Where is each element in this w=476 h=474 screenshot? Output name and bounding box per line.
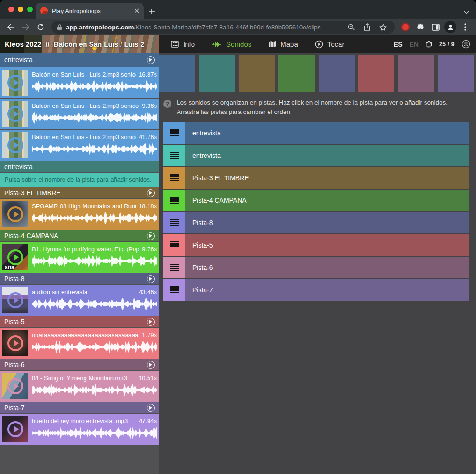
track-row[interactable]: Pista-7 bbox=[163, 279, 469, 301]
nav-item-mapa[interactable]: Mapa bbox=[268, 40, 298, 48]
tab-close-icon[interactable] bbox=[135, 8, 139, 13]
track-row[interactable]: entrevista bbox=[163, 122, 469, 144]
drag-handle[interactable] bbox=[163, 190, 185, 211]
new-tab-button[interactable] bbox=[149, 8, 155, 15]
sidebar-track-header[interactable]: entrevista bbox=[0, 161, 159, 172]
kebab-menu-icon[interactable] bbox=[458, 23, 472, 31]
drag-handle[interactable] bbox=[163, 145, 185, 166]
app-header: Kleos 2022 // Balcón en San Luis / Luis … bbox=[0, 35, 476, 53]
sidebar-track-header[interactable]: Pista-5 bbox=[0, 316, 159, 327]
track-row[interactable]: Pista-3 EL TIMBRE bbox=[163, 167, 469, 189]
reload-button[interactable] bbox=[34, 21, 48, 34]
track-play-button[interactable] bbox=[147, 232, 155, 240]
drag-handle[interactable] bbox=[163, 167, 185, 189]
track-row-body[interactable]: Pista-4 CAMPANA bbox=[185, 190, 469, 211]
track-row[interactable]: Pista-8 bbox=[163, 212, 469, 233]
track-play-button[interactable] bbox=[147, 275, 155, 283]
clip-row[interactable]: Balcón en San Luis - Luis 2.mp3 sonido h… bbox=[0, 130, 159, 161]
track-play-button[interactable] bbox=[147, 404, 155, 412]
lock-icon[interactable] bbox=[57, 24, 62, 30]
clip-thumbnail-play-button[interactable] bbox=[2, 132, 28, 158]
track-row-label: Pista-4 CAMPANA bbox=[192, 197, 247, 204]
breadcrumb-project[interactable]: Kleos 2022 bbox=[5, 40, 41, 48]
track-row-body[interactable]: Pista-8 bbox=[185, 212, 469, 233]
language-es-button[interactable]: ES bbox=[394, 41, 403, 48]
track-row-body[interactable]: Pista-5 bbox=[185, 234, 469, 256]
help-text: Los sonidos se organizan en pistas. Haz … bbox=[177, 98, 471, 117]
clip-row[interactable]: ouaraaaaaaaaaaaaaaaaaaaaaaaaaaaaaaaaaaa.… bbox=[0, 328, 159, 359]
window-controls bbox=[8, 7, 33, 12]
sidebar-track-header[interactable]: Pista-3 EL TIMBRE bbox=[0, 187, 159, 198]
clip-text-row: ouaraaaaaaaaaaaaaaaaaaaaaaaaaaaaaaaaaaa.… bbox=[32, 332, 157, 339]
drag-handle[interactable] bbox=[163, 234, 185, 256]
track-row-body[interactable]: Pista-7 bbox=[185, 279, 469, 301]
tab-search-chevron-down-icon[interactable] bbox=[463, 10, 469, 14]
track-row[interactable]: entrevista bbox=[163, 145, 469, 166]
url-host: app.antropoloops.com bbox=[66, 24, 134, 31]
track-row-body[interactable]: entrevista bbox=[185, 145, 469, 166]
clip-text-row: B1. Hymns for purifying water, Etc. (Pop… bbox=[32, 246, 157, 253]
drag-handle[interactable] bbox=[163, 257, 185, 278]
nav-item-sonidos[interactable]: Sonidos bbox=[212, 40, 251, 48]
sidebar-track-header[interactable]: Pista-8 bbox=[0, 273, 159, 284]
track-play-button[interactable] bbox=[147, 361, 155, 369]
clip-row[interactable]: Balcón en San Luis - Luis 2.mp3 sonido h… bbox=[0, 67, 159, 98]
minimize-window-button[interactable] bbox=[18, 7, 23, 12]
clip-thumbnail-play-button[interactable] bbox=[2, 416, 28, 442]
clip-thumbnail-play-button[interactable] bbox=[2, 101, 28, 127]
back-button[interactable] bbox=[4, 21, 18, 34]
share-icon[interactable] bbox=[361, 23, 373, 31]
track-play-button[interactable] bbox=[147, 56, 155, 64]
address-bar[interactable]: app.antropoloops.com/Kleos-Santa-Marina/… bbox=[51, 21, 395, 34]
nav-item-info[interactable]: Info bbox=[171, 40, 195, 48]
clip-row[interactable]: añaB1. Hymns for purifying water, Etc. (… bbox=[0, 242, 159, 273]
track-play-button[interactable] bbox=[147, 189, 155, 197]
clip-row[interactable]: huerto del rey moro entrevista .mp347.94… bbox=[0, 414, 159, 445]
browser-tab[interactable]: Play Antropoloops bbox=[36, 3, 144, 19]
drag-handle[interactable] bbox=[163, 279, 185, 301]
url-text: app.antropoloops.com/Kleos-Santa-Marina/… bbox=[66, 24, 341, 31]
sidebar-track-header[interactable]: Pista-7 bbox=[0, 402, 159, 413]
language-en-button[interactable]: EN bbox=[410, 41, 419, 48]
zoom-window-button[interactable] bbox=[27, 7, 33, 12]
clip-waveform bbox=[32, 383, 157, 397]
profile-avatar-icon[interactable] bbox=[443, 21, 457, 33]
zoom-search-icon[interactable] bbox=[345, 24, 357, 31]
clip-thumbnail-play-button[interactable] bbox=[2, 287, 28, 313]
track-row[interactable]: Pista-4 CAMPANA bbox=[163, 190, 469, 211]
bookmark-star-icon[interactable] bbox=[377, 24, 389, 31]
sidebar-track-header[interactable]: Pista-6 bbox=[0, 359, 159, 370]
clip-row[interactable]: SPOAMR 08 High Mountains and Running ...… bbox=[0, 199, 159, 230]
record-extension-icon[interactable] bbox=[398, 24, 412, 30]
forward-button[interactable] bbox=[19, 21, 33, 34]
clip-thumbnail-play-button[interactable] bbox=[2, 70, 28, 96]
clip-row[interactable]: audion sin entrevista43.46s bbox=[0, 285, 159, 316]
clip-thumbnail-play-button[interactable]: aña bbox=[2, 244, 28, 270]
tab-title: Play Antropoloops bbox=[52, 7, 130, 14]
track-row-body[interactable]: Pista-3 EL TIMBRE bbox=[185, 167, 469, 189]
close-window-button[interactable] bbox=[8, 7, 14, 12]
track-name: Pista-5 bbox=[4, 318, 147, 325]
track-row-body[interactable]: Pista-6 bbox=[185, 257, 469, 278]
side-panel-icon[interactable] bbox=[428, 24, 442, 31]
clip-thumbnail-play-button[interactable] bbox=[2, 201, 28, 227]
track-row-label: Pista-5 bbox=[192, 241, 213, 249]
track-row[interactable]: Pista-5 bbox=[163, 234, 469, 256]
sidebar-track-header[interactable]: Pista-4 CAMPANA bbox=[0, 230, 159, 241]
track-play-button[interactable] bbox=[147, 318, 155, 326]
drag-handle[interactable] bbox=[163, 122, 185, 144]
nav-item-tocar[interactable]: Tocar bbox=[315, 40, 345, 49]
clip-row[interactable]: 04 - Song of Yimeng Mountain.mp310.51s bbox=[0, 371, 159, 402]
drag-handle[interactable] bbox=[163, 212, 185, 233]
account-icon[interactable] bbox=[462, 40, 470, 49]
extensions-puzzle-icon[interactable] bbox=[413, 23, 427, 31]
track-row-body[interactable]: entrevista bbox=[185, 122, 469, 144]
clip-thumbnail-play-button[interactable] bbox=[2, 373, 28, 399]
sidebar-track: Pista-4 CAMPANAañaB1. Hymns for purifyin… bbox=[0, 230, 159, 273]
track-row[interactable]: Pista-6 bbox=[163, 257, 469, 278]
sidebar-track: Pista-5ouaraaaaaaaaaaaaaaaaaaaaaaaaaaaaa… bbox=[0, 316, 159, 359]
clip-body: Balcón en San Luis - Luis 2.mp3 sonido h… bbox=[32, 101, 157, 127]
clip-thumbnail-play-button[interactable] bbox=[2, 330, 28, 356]
clip-row[interactable]: Balcón en San Luis - Luis 2.mp3 sonido h… bbox=[0, 99, 159, 129]
sidebar-track-header[interactable]: entrevista bbox=[0, 53, 159, 67]
